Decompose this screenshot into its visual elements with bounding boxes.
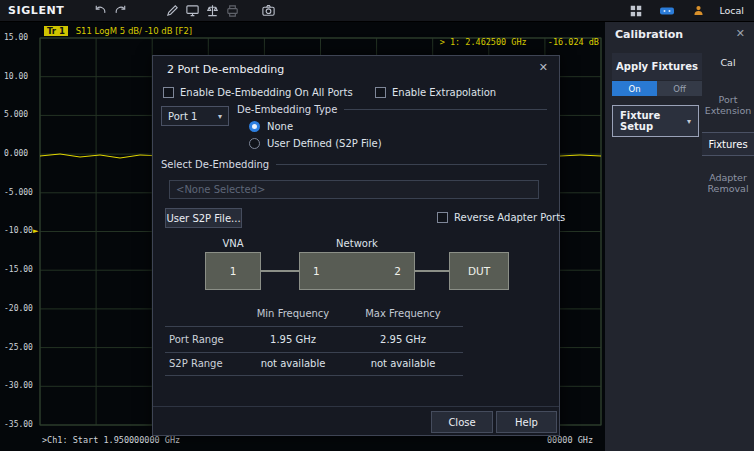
- type-user-defined-radio[interactable]: [249, 138, 260, 149]
- apps-grid-icon[interactable]: [626, 2, 646, 20]
- top-toolbar: SIGLENT: [0, 0, 754, 22]
- screenshot-camera-icon[interactable]: [258, 2, 278, 20]
- port-select-dropdown[interactable]: Port 1 ▾: [161, 106, 229, 126]
- chevron-down-icon: ▾: [218, 112, 222, 121]
- dialog-title: 2 Port De-embedding: [167, 63, 284, 76]
- print-icon[interactable]: [222, 2, 242, 20]
- connector-line: [261, 270, 299, 272]
- enable-extrapolation-label: Enable Extrapolation: [392, 87, 496, 98]
- enable-all-ports-label: Enable De-Embedding On All Ports: [180, 87, 353, 98]
- annotate-pen-icon[interactable]: [162, 2, 182, 20]
- trace-badge[interactable]: Tr 1: [44, 26, 68, 36]
- frequency-table-header: Min Frequency Max Frequency: [165, 308, 465, 319]
- calibration-sidebar: Calibration ✕ Apply Fixtures On Off Fixt…: [605, 22, 754, 451]
- y-tick: 5.000: [4, 110, 28, 119]
- select-de-embedding-group: Select De-Embedding <None Selected>: [161, 159, 547, 199]
- table-row-s2p-range: S2P Range not available not available: [165, 358, 465, 369]
- user-s2p-file-button[interactable]: User S2P File...: [165, 208, 242, 228]
- type-none-radio[interactable]: [249, 121, 260, 132]
- y-tick: 15.00: [4, 33, 28, 42]
- reverse-adapter-ports-label: Reverse Adapter Ports: [454, 212, 565, 223]
- y-tick: -25.00: [4, 343, 33, 352]
- undo-icon[interactable]: [90, 2, 110, 20]
- type-user-defined-label: User Defined (S2P File): [267, 138, 382, 149]
- sidebar-close-icon[interactable]: ✕: [736, 27, 745, 40]
- sidebar-tab-port-extension[interactable]: Port Extension: [702, 94, 754, 116]
- network-diagram-label: Network: [299, 238, 415, 249]
- close-button[interactable]: Close: [431, 411, 493, 433]
- min-frequency-header: Min Frequency: [243, 308, 343, 319]
- sidebar-title: Calibration: [615, 28, 683, 41]
- dialog-close-icon[interactable]: ✕: [539, 61, 548, 74]
- marker-frequency: > 1: 2.462500 GHz: [440, 37, 527, 47]
- row-label: S2P Range: [165, 358, 243, 369]
- row-label: Port Range: [165, 334, 243, 345]
- port-select-value: Port 1: [168, 111, 197, 122]
- reference-level-marker-icon: ►: [33, 227, 38, 235]
- vna-port-box: 1: [205, 252, 261, 290]
- network-port-2: 2: [394, 265, 401, 277]
- siglent-logo: SIGLENT: [0, 4, 74, 17]
- network-box: 1 2: [299, 252, 415, 290]
- s2p-range-min: not available: [243, 358, 343, 369]
- display-icon[interactable]: [182, 2, 202, 20]
- reverse-adapter-ports-checkbox[interactable]: [437, 212, 448, 223]
- fixture-setup-button[interactable]: Fixture Setup ▾: [612, 105, 699, 137]
- y-tick: -5.000: [4, 188, 33, 197]
- de-embedding-type-group: De-Embedding Type None User Defined (S2P…: [237, 104, 547, 149]
- sidebar-tab-adapter-removal[interactable]: Adapter Removal: [702, 172, 754, 194]
- y-tick: 0.000: [4, 149, 28, 158]
- apply-fixtures-button[interactable]: Apply Fixtures: [612, 53, 702, 80]
- marker-level: -16.024 dB: [548, 37, 599, 47]
- sidebar-tab-fixtures[interactable]: Fixtures: [702, 132, 754, 156]
- table-row-port-range: Port Range 1.95 GHz 2.95 GHz: [165, 334, 465, 345]
- max-frequency-header: Max Frequency: [353, 308, 453, 319]
- dut-box: DUT: [449, 252, 509, 290]
- channel-start-status: >Ch1: Start 1.950000000 GHz: [42, 435, 180, 445]
- sidebar-tab-cal[interactable]: Cal: [702, 57, 754, 68]
- trace-info-line: Tr 1 S11 LogM 5 dB/ -10 dB [F2]: [44, 26, 192, 36]
- chevron-down-icon: ▾: [687, 117, 691, 126]
- select-group-legend: Select De-Embedding: [161, 159, 269, 170]
- s2p-range-max: not available: [353, 358, 453, 369]
- fixture-setup-label: Fixture Setup: [620, 110, 687, 132]
- y-tick: -20.00: [4, 304, 33, 313]
- port-range-max: 2.95 GHz: [353, 334, 453, 345]
- de-embedding-dialog: 2 Port De-embedding ✕ Enable De-Embeddin…: [152, 55, 560, 436]
- channel-stop-status: 00000 GHz: [547, 435, 593, 445]
- type-group-legend: De-Embedding Type: [237, 104, 337, 115]
- y-tick: -15.00: [4, 265, 33, 274]
- connector-line: [415, 270, 449, 272]
- y-tick: -10.00: [4, 226, 33, 235]
- s2p-file-display-field[interactable]: <None Selected>: [169, 180, 539, 199]
- marker-readout: > 1: 2.462500 GHz -16.024 dB: [440, 37, 599, 47]
- type-none-label: None: [267, 121, 293, 132]
- help-button[interactable]: Help: [496, 411, 557, 433]
- redo-icon[interactable]: [110, 2, 130, 20]
- user-key-icon[interactable]: [688, 2, 708, 20]
- trace-format-info: S11 LogM 5 dB/ -10 dB [F2]: [76, 26, 192, 36]
- vna-app: SIGLENT: [0, 0, 754, 451]
- vna-diagram-label: VNA: [205, 238, 261, 249]
- footer-divider: [153, 406, 559, 407]
- y-tick: -35.00: [4, 420, 33, 429]
- enable-extrapolation-checkbox[interactable]: [375, 87, 386, 98]
- local-mode-label[interactable]: Local: [719, 5, 744, 16]
- usb-device-icon[interactable]: [657, 2, 677, 20]
- y-tick: 10.00: [4, 72, 28, 81]
- enable-all-ports-checkbox[interactable]: [163, 87, 174, 98]
- port-range-min: 1.95 GHz: [243, 334, 343, 345]
- apply-fixtures-on-toggle[interactable]: On: [612, 81, 657, 96]
- y-tick: -30.00: [4, 381, 33, 390]
- scale-icon[interactable]: [202, 2, 222, 20]
- network-port-1: 1: [313, 265, 320, 277]
- apply-fixtures-off-toggle[interactable]: Off: [657, 81, 702, 96]
